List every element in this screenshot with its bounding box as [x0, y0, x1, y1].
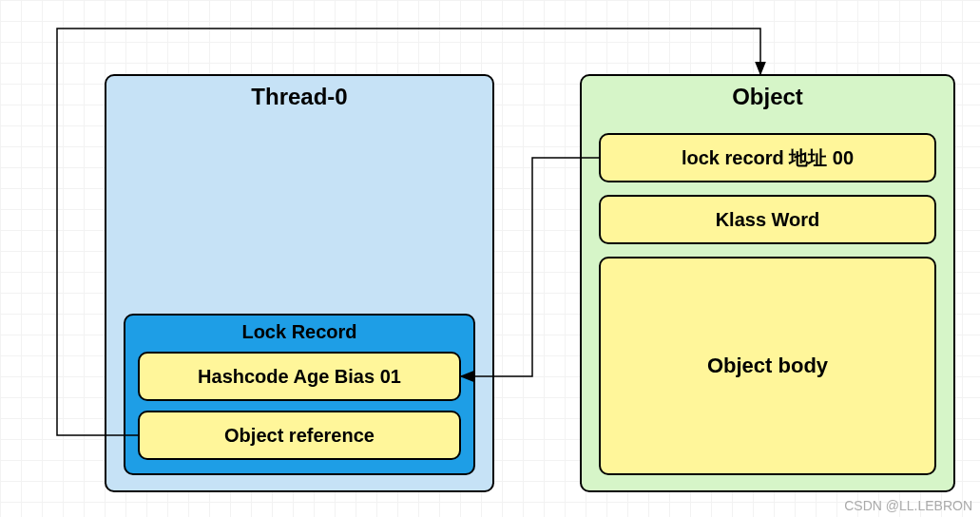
- thread-title: Thread-0: [105, 84, 494, 110]
- lock-record-objectref-cell: Object reference: [138, 411, 461, 460]
- lock-record-title: Lock Record: [124, 321, 475, 343]
- object-title: Object: [580, 84, 955, 110]
- object-body-cell: Object body: [599, 257, 936, 475]
- object-markword-cell: lock record 地址 00: [599, 133, 936, 182]
- object-klassword-cell: Klass Word: [599, 195, 936, 244]
- lock-record-markword-cell: Hashcode Age Bias 01: [138, 352, 461, 401]
- attribution-text: CSDN @LL.LEBRON: [844, 498, 972, 513]
